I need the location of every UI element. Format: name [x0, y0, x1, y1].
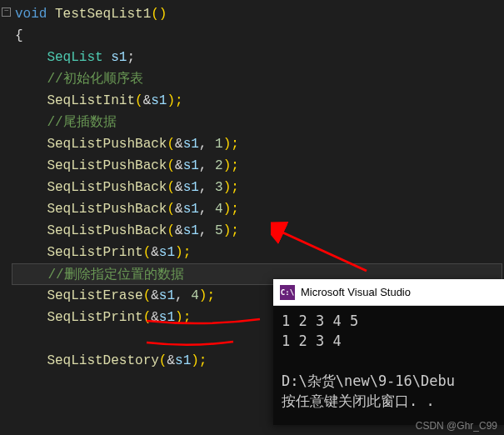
- code-line-1: void TestSeqList1(): [0, 3, 504, 25]
- code-line-8: SeqListPushBack(&s1, 2);: [0, 155, 504, 177]
- output-line-2: 1 2 3 4: [282, 332, 342, 349]
- fold-gutter[interactable]: −: [2, 3, 11, 17]
- console-window[interactable]: C:\ Microsoft Visual Studio 1 2 3 4 5 1 …: [273, 279, 504, 425]
- code-line-9: SeqListPushBack(&s1, 3);: [0, 177, 504, 198]
- console-title: Microsoft Visual Studio: [301, 286, 411, 298]
- fold-icon[interactable]: −: [2, 8, 11, 17]
- console-titlebar[interactable]: C:\ Microsoft Visual Studio: [273, 279, 504, 306]
- code-line-10: SeqListPushBack(&s1, 4);: [0, 198, 504, 220]
- code-line-6: //尾插数据: [0, 112, 504, 133]
- watermark-text: CSDN @Ghr_C99: [416, 420, 497, 432]
- console-output: 1 2 3 4 5 1 2 3 4 D:\杂货\new\9-16\Debu 按任…: [273, 306, 504, 425]
- output-line-4: D:\杂货\new\9-16\Debu: [282, 372, 455, 389]
- parens: (): [151, 7, 167, 22]
- code-line-11: SeqListPushBack(&s1, 5);: [0, 220, 504, 242]
- code-line-2: {: [0, 25, 504, 47]
- code-line-4: //初始化顺序表: [0, 68, 504, 90]
- code-line-3: SeqList s1;: [0, 47, 504, 68]
- code-line-5: SeqListInit(&s1);: [0, 90, 504, 112]
- output-line-5: 按任意键关闭此窗口. .: [282, 392, 435, 409]
- keyword-void: void: [15, 7, 47, 22]
- code-line-12: SeqListPrint(&s1);: [0, 242, 504, 263]
- function-name: TestSeqList1: [47, 7, 151, 22]
- code-line-7: SeqListPushBack(&s1, 1);: [0, 133, 504, 155]
- vs-icon: C:\: [280, 285, 295, 300]
- output-line-1: 1 2 3 4 5: [282, 312, 358, 329]
